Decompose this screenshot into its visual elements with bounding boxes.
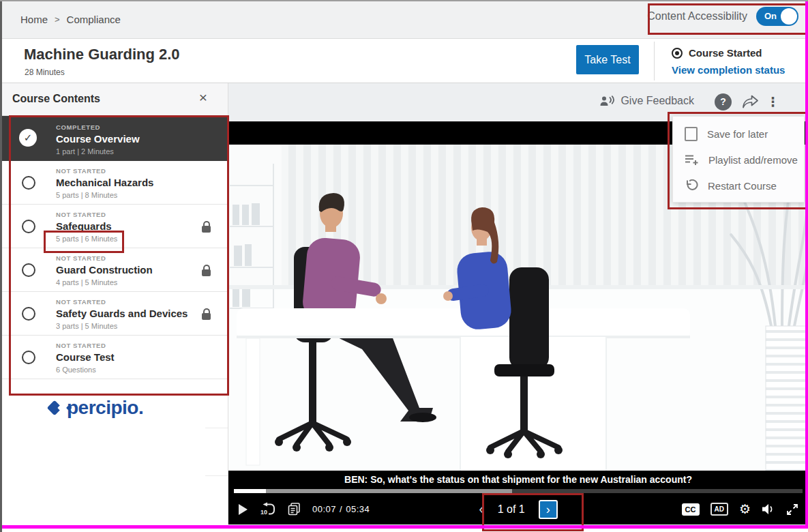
page-title: Machine Guarding 2.0: [24, 46, 180, 63]
previous-chevron-button[interactable]: ‹: [479, 502, 483, 517]
course-item-safeguards[interactable]: NOT STARTED Safeguards 5 parts | 6 Minut…: [0, 205, 228, 248]
give-feedback-button[interactable]: Give Feedback: [599, 95, 694, 107]
course-item-safety-guards-devices[interactable]: NOT STARTED Safety Guards and Devices 3 …: [0, 292, 228, 336]
video-progress-bar[interactable]: [228, 488, 808, 494]
annotation-line-bottom: [0, 525, 808, 529]
sidebar-title: Course Contents: [12, 93, 100, 105]
item-title: Mechanical Hazards: [56, 177, 153, 188]
course-item-course-test[interactable]: NOT STARTED Course Test 6 Questions: [0, 336, 228, 379]
caption-text: BEN: So, what's the status on that shipm…: [344, 474, 692, 485]
share-icon[interactable]: [742, 95, 759, 109]
course-header: Machine Guarding 2.0 28 Minutes Take Tes…: [0, 39, 808, 83]
radio-circle-icon: [22, 307, 35, 321]
percipio-logo-text: percipio.: [67, 397, 143, 419]
breadcrumb-compliance: Compliance: [67, 14, 121, 25]
progress-played: [234, 489, 266, 493]
volume-icon[interactable]: [762, 503, 775, 515]
item-meta: 4 parts | 5 Minutes: [56, 278, 153, 286]
course-item-mechanical-hazards[interactable]: NOT STARTED Mechanical Hazards 5 parts |…: [0, 161, 228, 205]
percipio-logo: percipio.: [49, 397, 143, 419]
item-meta: 1 part | 2 Minutes: [56, 147, 140, 156]
item-meta: 5 parts | 6 Minutes: [56, 235, 117, 243]
playlist-add-icon: [685, 154, 699, 166]
save-square-icon: [685, 127, 698, 141]
menu-label: Save for later: [707, 128, 768, 140]
player-controls: 10 00:07 / 05:34 ‹ 1 o: [228, 494, 808, 524]
item-title: Safety Guards and Devices: [56, 308, 188, 319]
item-title: Safeguards: [56, 220, 117, 232]
course-item-guard-construction[interactable]: NOT STARTED Guard Construction 4 parts |…: [0, 248, 228, 292]
breadcrumb-home-link[interactable]: Home: [20, 14, 48, 25]
course-contents-sidebar: Course Contents × ✓ COMPLETED Course Ove…: [0, 83, 228, 524]
lock-icon: [202, 226, 211, 233]
radio-circle-icon: [22, 351, 35, 364]
caption-bar: BEN: So, what's the status on that shipm…: [228, 471, 808, 488]
window-border-top: [0, 0, 808, 1]
page-indicator: 1 of 1: [498, 503, 525, 516]
item-meta: 5 parts | 8 Minutes: [56, 191, 153, 199]
header-divider: [654, 42, 655, 80]
fullscreen-icon[interactable]: [786, 503, 798, 516]
audio-description-button[interactable]: AD: [710, 503, 728, 516]
settings-gear-icon[interactable]: ⚙: [739, 503, 751, 516]
breadcrumb: Home > Compliance: [20, 14, 121, 25]
item-status: NOT STARTED: [56, 342, 115, 349]
sidebar-header: Course Contents ×: [0, 83, 228, 116]
toggle-knob: [781, 8, 797, 25]
course-item-course-overview[interactable]: ✓ COMPLETED Course Overview 1 part | 2 M…: [0, 116, 228, 161]
breadcrumb-separator: >: [55, 14, 60, 25]
take-test-button[interactable]: Take Test: [576, 45, 639, 74]
menu-item-playlist-add-remove[interactable]: Playlist add/remove: [673, 147, 804, 173]
menu-item-save-for-later[interactable]: Save for later: [673, 121, 804, 147]
item-title: Guard Construction: [56, 264, 153, 276]
item-meta: 3 parts | 5 Minutes: [56, 322, 188, 330]
item-status: COMPLETED: [56, 123, 140, 131]
top-bar: Home > Compliance Content Accessibility …: [0, 0, 808, 39]
item-title: Course Overview: [56, 133, 140, 145]
course-contents-list: ✓ COMPLETED Course Overview 1 part | 2 M…: [0, 116, 228, 379]
item-status: NOT STARTED: [56, 211, 117, 218]
course-started-icon: [672, 48, 683, 59]
completed-check-icon: ✓: [19, 129, 37, 147]
item-status: NOT STARTED: [56, 254, 153, 262]
menu-label: Restart Course: [708, 180, 777, 192]
feedback-person-icon: [599, 95, 614, 107]
lock-icon: [202, 269, 211, 276]
toggle-state-label: On: [764, 11, 777, 21]
accessibility-toggle[interactable]: On: [756, 7, 798, 26]
sidebar-divider: [205, 428, 228, 428]
radio-circle-icon: [22, 220, 35, 233]
content-accessibility-label: Content Accessibility: [647, 10, 747, 23]
closed-captions-button[interactable]: CC: [682, 503, 700, 516]
course-status: Course Started View completion status: [672, 47, 785, 76]
help-icon[interactable]: ?: [715, 93, 732, 110]
item-status: NOT STARTED: [56, 167, 153, 175]
menu-item-restart-course[interactable]: Restart Course: [673, 173, 804, 198]
item-title: Course Test: [56, 351, 115, 363]
give-feedback-label: Give Feedback: [620, 95, 694, 107]
window-border-left: [0, 0, 2, 532]
annotation-line-right: [805, 0, 808, 529]
item-meta: 6 Questions: [56, 366, 115, 374]
kebab-menu-icon[interactable]: ⋮: [766, 93, 779, 111]
sidebar-divider: [205, 475, 228, 476]
course-duration: 28 Minutes: [25, 68, 65, 77]
item-status: NOT STARTED: [56, 298, 188, 306]
percipio-course-player-window: Home > Compliance Content Accessibility …: [0, 0, 808, 532]
content-accessibility-control: Content Accessibility On: [647, 7, 798, 26]
context-menu: Save for later Playlist add/remove Resta…: [672, 116, 805, 203]
view-completion-link[interactable]: View completion status: [672, 64, 785, 76]
next-chevron-button[interactable]: ›: [539, 500, 558, 519]
restart-icon: [685, 179, 698, 192]
percipio-diamond-icon: [47, 400, 63, 416]
close-icon[interactable]: ×: [199, 90, 207, 104]
lock-icon: [202, 313, 211, 320]
radio-circle-icon: [22, 176, 35, 190]
course-status-text: Course Started: [689, 47, 762, 59]
radio-circle-icon: [22, 263, 35, 277]
menu-label: Playlist add/remove: [708, 154, 798, 166]
progress-buffered: [234, 489, 512, 493]
